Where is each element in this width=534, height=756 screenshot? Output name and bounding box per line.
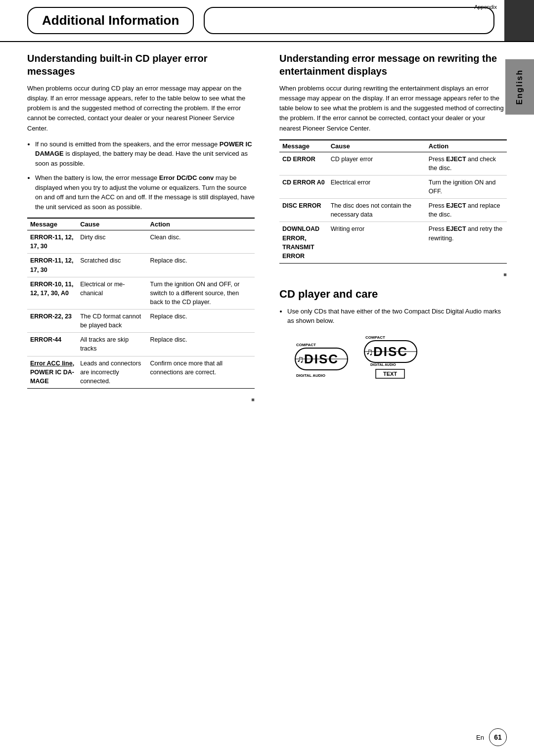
action-5: Replace disc.	[147, 333, 255, 356]
action-3: Turn the ignition ON and OFF, or switch …	[147, 277, 255, 309]
left-error-table: Message Cause Action ERROR-11, 12,17, 30…	[27, 218, 255, 389]
bullet-1-text: If no sound is emitted from the speakers…	[35, 140, 252, 167]
main-content: Understanding built-in CD player error m…	[0, 42, 534, 416]
compact-disc-logo-2-svg: COMPACT DISC ♫ DIGITAL AUDIO	[363, 334, 418, 381]
page-container: Appendix Additional Information English …	[0, 0, 534, 756]
en-label: En	[476, 734, 484, 741]
cause-6: Leads and connectors are incorrectly con…	[77, 356, 147, 388]
right-error-table: Message Cause Action CD ERROR CD player …	[279, 139, 507, 264]
action-6: Confirm once more that all connections a…	[147, 356, 255, 388]
svg-text:COMPACT: COMPACT	[365, 335, 385, 340]
table-row: ERROR-22, 23 The CD format cannot be pla…	[27, 310, 255, 333]
r-msg-3: DISC ERROR	[279, 199, 328, 222]
r-action-4: Press EJECT and retry the rewriting.	[426, 222, 507, 264]
cause-4: The CD format cannot be played back	[77, 310, 147, 333]
bullet-2-text: When the battery is low, the error messa…	[35, 174, 255, 211]
msg-1: ERROR-11, 12,17, 30	[27, 230, 77, 254]
cd-care-section: CD player and care Use only CDs that hav…	[279, 287, 507, 381]
msg-6: Error ACC line,POWER IC DA-MAGE	[27, 356, 77, 388]
r-action-3: Press EJECT and replace the disc.	[426, 199, 507, 222]
cd-care-title: CD player and care	[279, 287, 507, 302]
r-cause-3: The disc does not contain the necessary …	[328, 199, 426, 222]
svg-text:DIGITAL AUDIO: DIGITAL AUDIO	[370, 363, 396, 366]
r-cause-4: Writing error	[328, 222, 426, 264]
left-table-header-cause: Cause	[77, 218, 147, 230]
cause-1: Dirty disc	[77, 230, 147, 254]
right-table-header-cause: Cause	[328, 140, 426, 152]
bullet-item-2: When the battery is low, the error messa…	[35, 173, 255, 212]
action-1: Clean disc.	[147, 230, 255, 254]
svg-text:DIGITAL AUDIO: DIGITAL AUDIO	[296, 373, 325, 378]
compact-disc-logo-1-svg: COMPACT DISC ♫ DIGITAL AUDIO	[294, 341, 349, 381]
cd-care-bullets: Use only CDs that have either of the two…	[287, 307, 507, 326]
r-action-1: Press EJECT and check the disc.	[426, 152, 507, 175]
header-title-box: Additional Information	[27, 7, 194, 34]
r-action-2: Turn the ignition ON and OFF.	[426, 175, 507, 198]
right-section-title: Understanding error message on rewriting…	[279, 52, 507, 78]
header-title-text: Additional Information	[42, 13, 179, 28]
left-column: Understanding built-in CD player error m…	[27, 52, 260, 406]
right-footnote: ■	[279, 271, 507, 277]
msg-2: ERROR-11, 12,17, 30	[27, 254, 77, 277]
table-row: CD ERROR CD player error Press EJECT and…	[279, 152, 507, 175]
table-row: ERROR-11, 12,17, 30 Dirty disc Clean dis…	[27, 230, 255, 254]
svg-text:COMPACT: COMPACT	[296, 343, 316, 347]
right-column: Understanding error message on rewriting…	[274, 52, 507, 406]
header-middle-box	[204, 7, 494, 34]
bullet-1-bold: POWER IC DAMAGE	[35, 140, 252, 158]
english-sidebar-label: English	[505, 59, 534, 115]
table-row: CD ERROR A0 Electrical error Turn the ig…	[279, 175, 507, 198]
table-row: DISC ERROR The disc does not contain the…	[279, 199, 507, 222]
msg-3: ERROR-10, 11,12, 17, 30, A0	[27, 277, 77, 309]
table-row: ERROR-44 All tracks are skip tracks Repl…	[27, 333, 255, 356]
appendix-label: Appendix	[474, 4, 497, 10]
cd-care-bullet-1: Use only CDs that have either of the two…	[287, 307, 507, 326]
table-row: ERROR-11, 12,17, 30 Scratched disc Repla…	[27, 254, 255, 277]
page-number-box: 61	[489, 728, 507, 746]
table-row: DOWNLOADERROR,TRANSMITERROR Writing erro…	[279, 222, 507, 264]
action-2: Replace disc.	[147, 254, 255, 277]
r-cause-2: Electrical error	[328, 175, 426, 198]
svg-text:DISC: DISC	[373, 344, 408, 359]
right-section-body: When problems occur during rewriting the…	[279, 84, 507, 133]
left-table-header-action: Action	[147, 218, 255, 230]
left-bullet-list: If no sound is emitted from the speakers…	[35, 139, 255, 212]
r-msg-4: DOWNLOADERROR,TRANSMITERROR	[279, 222, 328, 264]
left-section-title: Understanding built-in CD player error m…	[27, 52, 255, 78]
bullet-2-bold: Error DC/DC conv	[159, 174, 214, 181]
svg-text:♫: ♫	[366, 346, 373, 357]
disc-logos-container: COMPACT DISC ♫ DIGITAL AUDIO	[294, 334, 507, 381]
msg-5: ERROR-44	[27, 333, 77, 356]
svg-text:TEXT: TEXT	[383, 371, 397, 377]
disc-logo-2: COMPACT DISC ♫ DIGITAL AUDIO	[363, 334, 418, 381]
r-msg-1: CD ERROR	[279, 152, 328, 175]
right-table-header-action: Action	[426, 140, 507, 152]
cause-2: Scratched disc	[77, 254, 147, 277]
page-number: 61	[494, 733, 502, 741]
r-cause-1: CD player error	[328, 152, 426, 175]
action-4: Replace disc.	[147, 310, 255, 333]
cd-care-bullet-text: Use only CDs that have either of the two…	[287, 308, 501, 325]
disc-logo-1: COMPACT DISC ♫ DIGITAL AUDIO	[294, 341, 349, 381]
msg-4: ERROR-22, 23	[27, 310, 77, 333]
svg-text:♫: ♫	[297, 354, 304, 364]
table-row: ERROR-10, 11,12, 17, 30, A0 Electrical o…	[27, 277, 255, 309]
header-right-block	[504, 0, 534, 41]
top-header: Appendix Additional Information	[0, 0, 534, 42]
r-msg-2: CD ERROR A0	[279, 175, 328, 198]
svg-text:DISC: DISC	[304, 352, 339, 366]
right-table-header-message: Message	[279, 140, 328, 152]
bullet-item-1: If no sound is emitted from the speakers…	[35, 139, 255, 169]
left-section-body: When problems occur during CD play an er…	[27, 84, 255, 133]
table-row: Error ACC line,POWER IC DA-MAGE Leads an…	[27, 356, 255, 388]
cause-3: Electrical or me-chanical	[77, 277, 147, 309]
page-footer: En 61	[476, 728, 507, 746]
left-table-header-message: Message	[27, 218, 77, 230]
cause-5: All tracks are skip tracks	[77, 333, 147, 356]
left-footnote: ■	[27, 397, 255, 402]
